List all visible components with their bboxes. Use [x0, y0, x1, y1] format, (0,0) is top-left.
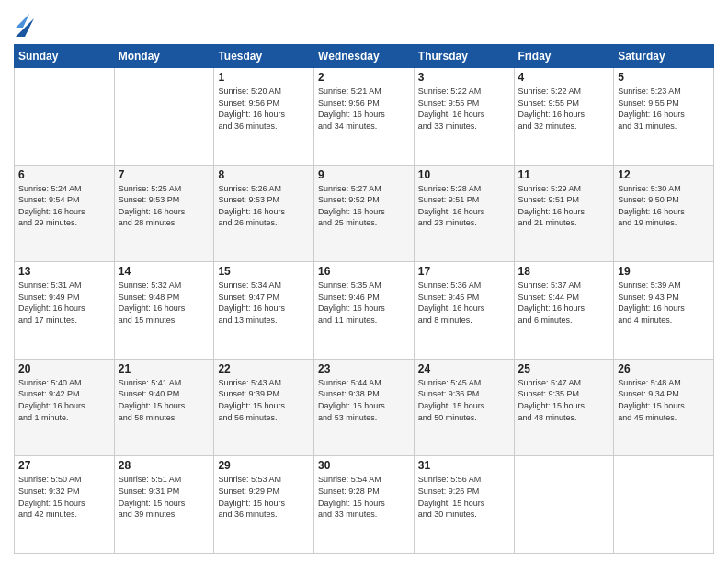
weekday-header: Monday — [114, 45, 214, 68]
day-info: Sunrise: 5:30 AM Sunset: 9:50 PM Dayligh… — [618, 183, 710, 229]
day-number: 18 — [518, 265, 610, 278]
day-info: Sunrise: 5:47 AM Sunset: 9:35 PM Dayligh… — [518, 377, 610, 423]
calendar-cell: 7Sunrise: 5:25 AM Sunset: 9:53 PM Daylig… — [114, 165, 214, 262]
day-number: 21 — [119, 362, 210, 375]
logo — [14, 9, 34, 37]
day-number: 23 — [318, 362, 410, 375]
calendar-cell — [614, 456, 714, 554]
day-number: 30 — [318, 459, 410, 472]
day-info: Sunrise: 5:22 AM Sunset: 9:55 PM Dayligh… — [418, 86, 510, 132]
day-number: 11 — [518, 168, 610, 181]
day-info: Sunrise: 5:25 AM Sunset: 9:53 PM Dayligh… — [119, 183, 210, 229]
calendar-cell: 14Sunrise: 5:32 AM Sunset: 9:48 PM Dayli… — [114, 262, 214, 360]
weekday-header: Saturday — [614, 45, 714, 68]
calendar-cell: 6Sunrise: 5:24 AM Sunset: 9:54 PM Daylig… — [15, 165, 115, 262]
day-info: Sunrise: 5:21 AM Sunset: 9:56 PM Dayligh… — [318, 86, 410, 132]
calendar-cell: 31Sunrise: 5:56 AM Sunset: 9:26 PM Dayli… — [414, 456, 514, 554]
day-info: Sunrise: 5:36 AM Sunset: 9:45 PM Dayligh… — [418, 280, 510, 326]
day-number: 31 — [418, 459, 510, 472]
calendar-cell: 9Sunrise: 5:27 AM Sunset: 9:52 PM Daylig… — [314, 165, 415, 262]
day-number: 2 — [318, 71, 410, 84]
day-number: 29 — [218, 459, 310, 472]
day-number: 8 — [218, 168, 310, 181]
day-info: Sunrise: 5:20 AM Sunset: 9:56 PM Dayligh… — [218, 86, 310, 132]
calendar-cell: 12Sunrise: 5:30 AM Sunset: 9:50 PM Dayli… — [614, 165, 714, 262]
day-info: Sunrise: 5:34 AM Sunset: 9:47 PM Dayligh… — [218, 280, 310, 326]
day-number: 24 — [418, 362, 510, 375]
calendar-cell: 20Sunrise: 5:40 AM Sunset: 9:42 PM Dayli… — [15, 359, 115, 456]
calendar-cell: 27Sunrise: 5:50 AM Sunset: 9:32 PM Dayli… — [15, 456, 115, 554]
calendar-cell — [514, 456, 614, 554]
day-info: Sunrise: 5:56 AM Sunset: 9:26 PM Dayligh… — [418, 474, 510, 520]
day-info: Sunrise: 5:54 AM Sunset: 9:28 PM Dayligh… — [318, 474, 410, 520]
calendar-cell: 18Sunrise: 5:37 AM Sunset: 9:44 PM Dayli… — [514, 262, 614, 360]
day-info: Sunrise: 5:31 AM Sunset: 9:49 PM Dayligh… — [18, 280, 110, 326]
calendar-cell: 4Sunrise: 5:22 AM Sunset: 9:55 PM Daylig… — [514, 68, 614, 166]
day-number: 10 — [418, 168, 510, 181]
day-info: Sunrise: 5:26 AM Sunset: 9:53 PM Dayligh… — [218, 183, 310, 229]
weekday-header: Sunday — [15, 45, 115, 68]
calendar-cell: 13Sunrise: 5:31 AM Sunset: 9:49 PM Dayli… — [15, 262, 115, 360]
day-info: Sunrise: 5:53 AM Sunset: 9:29 PM Dayligh… — [218, 474, 310, 520]
day-info: Sunrise: 5:51 AM Sunset: 9:31 PM Dayligh… — [119, 474, 210, 520]
day-info: Sunrise: 5:35 AM Sunset: 9:46 PM Dayligh… — [318, 280, 410, 326]
day-info: Sunrise: 5:40 AM Sunset: 9:42 PM Dayligh… — [18, 377, 110, 423]
day-number: 3 — [418, 71, 510, 84]
day-info: Sunrise: 5:32 AM Sunset: 9:48 PM Dayligh… — [119, 280, 210, 326]
weekday-header-row: SundayMondayTuesdayWednesdayThursdayFrid… — [15, 45, 714, 68]
day-number: 19 — [618, 265, 710, 278]
day-number: 25 — [518, 362, 610, 375]
logo-icon — [16, 9, 34, 37]
calendar-cell: 15Sunrise: 5:34 AM Sunset: 9:47 PM Dayli… — [214, 262, 314, 360]
day-number: 4 — [518, 71, 610, 84]
day-info: Sunrise: 5:24 AM Sunset: 9:54 PM Dayligh… — [18, 183, 110, 229]
day-info: Sunrise: 5:37 AM Sunset: 9:44 PM Dayligh… — [518, 280, 610, 326]
weekday-header: Thursday — [414, 45, 514, 68]
calendar-cell: 22Sunrise: 5:43 AM Sunset: 9:39 PM Dayli… — [214, 359, 314, 456]
calendar-cell: 25Sunrise: 5:47 AM Sunset: 9:35 PM Dayli… — [514, 359, 614, 456]
calendar-cell: 28Sunrise: 5:51 AM Sunset: 9:31 PM Dayli… — [114, 456, 214, 554]
calendar-cell: 11Sunrise: 5:29 AM Sunset: 9:51 PM Dayli… — [514, 165, 614, 262]
day-number: 12 — [618, 168, 710, 181]
calendar-cell: 30Sunrise: 5:54 AM Sunset: 9:28 PM Dayli… — [314, 456, 415, 554]
day-number: 27 — [18, 459, 110, 472]
calendar-cell: 5Sunrise: 5:23 AM Sunset: 9:55 PM Daylig… — [614, 68, 714, 166]
calendar-week-row: 6Sunrise: 5:24 AM Sunset: 9:54 PM Daylig… — [15, 165, 714, 262]
calendar-cell: 17Sunrise: 5:36 AM Sunset: 9:45 PM Dayli… — [414, 262, 514, 360]
day-number: 7 — [119, 168, 210, 181]
day-info: Sunrise: 5:23 AM Sunset: 9:55 PM Dayligh… — [618, 86, 710, 132]
day-info: Sunrise: 5:39 AM Sunset: 9:43 PM Dayligh… — [618, 280, 710, 326]
day-info: Sunrise: 5:27 AM Sunset: 9:52 PM Dayligh… — [318, 183, 410, 229]
calendar-table: SundayMondayTuesdayWednesdayThursdayFrid… — [14, 44, 714, 554]
calendar-cell: 1Sunrise: 5:20 AM Sunset: 9:56 PM Daylig… — [214, 68, 314, 166]
day-info: Sunrise: 5:28 AM Sunset: 9:51 PM Dayligh… — [418, 183, 510, 229]
day-number: 6 — [18, 168, 110, 181]
calendar-cell: 24Sunrise: 5:45 AM Sunset: 9:36 PM Dayli… — [414, 359, 514, 456]
day-number: 26 — [618, 362, 710, 375]
day-info: Sunrise: 5:41 AM Sunset: 9:40 PM Dayligh… — [119, 377, 210, 423]
day-info: Sunrise: 5:29 AM Sunset: 9:51 PM Dayligh… — [518, 183, 610, 229]
day-info: Sunrise: 5:22 AM Sunset: 9:55 PM Dayligh… — [518, 86, 610, 132]
calendar-cell: 16Sunrise: 5:35 AM Sunset: 9:46 PM Dayli… — [314, 262, 415, 360]
day-info: Sunrise: 5:48 AM Sunset: 9:34 PM Dayligh… — [618, 377, 710, 423]
calendar-week-row: 13Sunrise: 5:31 AM Sunset: 9:49 PM Dayli… — [15, 262, 714, 360]
page: SundayMondayTuesdayWednesdayThursdayFrid… — [0, 0, 728, 563]
weekday-header: Wednesday — [314, 45, 415, 68]
calendar-cell: 2Sunrise: 5:21 AM Sunset: 9:56 PM Daylig… — [314, 68, 415, 166]
calendar-cell: 29Sunrise: 5:53 AM Sunset: 9:29 PM Dayli… — [214, 456, 314, 554]
day-number: 5 — [618, 71, 710, 84]
calendar-cell: 8Sunrise: 5:26 AM Sunset: 9:53 PM Daylig… — [214, 165, 314, 262]
day-number: 22 — [218, 362, 310, 375]
calendar-week-row: 27Sunrise: 5:50 AM Sunset: 9:32 PM Dayli… — [15, 456, 714, 554]
day-number: 17 — [418, 265, 510, 278]
day-info: Sunrise: 5:43 AM Sunset: 9:39 PM Dayligh… — [218, 377, 310, 423]
calendar-cell — [15, 68, 115, 166]
calendar-cell: 23Sunrise: 5:44 AM Sunset: 9:38 PM Dayli… — [314, 359, 415, 456]
day-number: 15 — [218, 265, 310, 278]
day-number: 16 — [318, 265, 410, 278]
calendar-cell — [114, 68, 214, 166]
day-info: Sunrise: 5:50 AM Sunset: 9:32 PM Dayligh… — [18, 474, 110, 520]
calendar-week-row: 20Sunrise: 5:40 AM Sunset: 9:42 PM Dayli… — [15, 359, 714, 456]
day-info: Sunrise: 5:45 AM Sunset: 9:36 PM Dayligh… — [418, 377, 510, 423]
calendar-cell: 19Sunrise: 5:39 AM Sunset: 9:43 PM Dayli… — [614, 262, 714, 360]
